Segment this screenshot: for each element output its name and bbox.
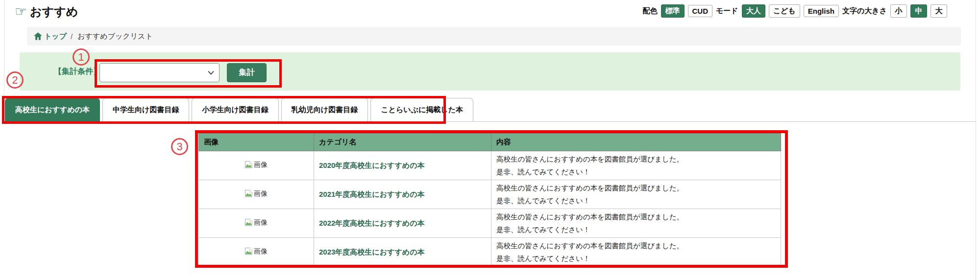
tab-highschool[interactable]: 高校生におすすめの本 — [5, 98, 100, 121]
category-link[interactable]: 2020年度高校生におすすめの本 — [319, 161, 424, 169]
mode-kids-button[interactable]: こども — [769, 4, 800, 18]
broken-image-icon — [245, 161, 253, 169]
description-line1: 高校生の皆さんにおすすめの本を図書館員が選びました。 — [496, 182, 776, 194]
description-line1: 高校生の皆さんにおすすめの本を図書館員が選びました。 — [496, 153, 776, 165]
table-row: 画像 2022年度高校生におすすめの本 高校生の皆さんにおすすめの本を図書館員が… — [199, 209, 781, 238]
description-line1: 高校生の皆さんにおすすめの本を図書館員が選びました。 — [496, 239, 776, 252]
description-line1: 高校生の皆さんにおすすめの本を図書館員が選びました。 — [496, 210, 776, 223]
settings-bar: 配色 標準 CUD モード 大人 こども English 文字の大きさ 小 中 … — [643, 4, 948, 18]
tab-bar: 高校生におすすめの本 中学生向け図書目録 小学生向け図書目録 乳幼児向け図書目録… — [5, 98, 473, 121]
aggregate-condition-select[interactable] — [99, 63, 220, 82]
table-row: 画像 2020年度高校生におすすめの本 高校生の皆さんにおすすめの本を図書館員が… — [199, 151, 781, 180]
breadcrumb-separator: / — [71, 32, 73, 41]
aggregate-button[interactable]: 集計 — [227, 63, 267, 82]
category-image-link[interactable]: 画像 — [245, 189, 268, 198]
description-line2: 是非、読んでみてください！ — [496, 252, 776, 265]
table-row: 画像 2023年度高校生におすすめの本 高校生の皆さんにおすすめの本を図書館員が… — [199, 238, 781, 267]
pointing-hand-icon: ☞ — [15, 5, 27, 19]
description-line2: 是非、読んでみてください！ — [496, 223, 776, 236]
breadcrumb-home-label: トップ — [44, 32, 67, 41]
column-header-content: 内容 — [491, 134, 781, 151]
font-size-label: 文字の大きさ — [842, 6, 887, 16]
category-link[interactable]: 2021年度高校生におすすめの本 — [319, 190, 424, 198]
column-header-category: カテゴリ名 — [314, 134, 491, 151]
tab-elementary[interactable]: 小学生向け図書目録 — [192, 98, 278, 121]
category-image-link[interactable]: 画像 — [245, 218, 268, 227]
breadcrumb: トップ / おすすめブックリスト — [27, 27, 961, 46]
description-line2: 是非、読んでみてください！ — [496, 194, 776, 207]
category-description: 高校生の皆さんにおすすめの本を図書館員が選びました。 是非、読んでみてください！ — [491, 151, 781, 180]
column-header-image: 画像 — [199, 134, 314, 151]
table-header-row: 画像 カテゴリ名 内容 — [199, 134, 781, 151]
broken-image-icon — [245, 248, 253, 256]
scheme-standard-button[interactable]: 標準 — [661, 4, 685, 18]
breadcrumb-current: おすすめブックリスト — [77, 32, 153, 41]
chevron-down-icon — [208, 70, 214, 75]
broken-image-icon — [245, 190, 253, 198]
font-size-small-button[interactable]: 小 — [890, 4, 907, 18]
tab-kotolib[interactable]: ことらいぶに掲載した本 — [370, 98, 473, 121]
mode-adult-button[interactable]: 大人 — [742, 4, 765, 18]
image-alt-text: 画像 — [254, 247, 268, 256]
table-row: 画像 2021年度高校生におすすめの本 高校生の皆さんにおすすめの本を図書館員が… — [199, 180, 781, 209]
image-alt-text: 画像 — [254, 218, 268, 227]
aggregate-condition-label: 【集計条件】 — [54, 52, 101, 91]
page-title: おすすめ — [30, 4, 78, 20]
category-description: 高校生の皆さんにおすすめの本を図書館員が選びました。 是非、読んでみてください！ — [491, 238, 781, 267]
category-link[interactable]: 2023年度高校生におすすめの本 — [319, 248, 424, 256]
tab-infant[interactable]: 乳幼児向け図書目録 — [281, 98, 368, 121]
category-image-link[interactable]: 画像 — [245, 247, 268, 256]
tab-juniorhigh[interactable]: 中学生向け図書目録 — [102, 98, 189, 121]
page-header: ☞ おすすめ — [15, 4, 78, 20]
description-line2: 是非、読んでみてください！ — [496, 165, 776, 178]
font-size-medium-button[interactable]: 中 — [910, 4, 927, 18]
image-alt-text: 画像 — [254, 161, 268, 169]
category-description: 高校生の皆さんにおすすめの本を図書館員が選びました。 是非、読んでみてください！ — [491, 180, 781, 209]
category-image-link[interactable]: 画像 — [245, 161, 268, 169]
mode-label: モード — [716, 6, 738, 16]
aggregate-filter-banner: 【集計条件】 集計 — [20, 52, 960, 91]
image-alt-text: 画像 — [254, 189, 268, 198]
category-link[interactable]: 2022年度高校生におすすめの本 — [319, 219, 424, 227]
home-icon — [34, 32, 42, 40]
color-scheme-label: 配色 — [643, 6, 658, 16]
category-description: 高校生の皆さんにおすすめの本を図書館員が選びました。 是非、読んでみてください！ — [491, 209, 781, 238]
breadcrumb-home-link[interactable]: トップ — [34, 32, 67, 41]
english-button[interactable]: English — [804, 5, 839, 17]
page: ☞ おすすめ 配色 標準 CUD モード 大人 こども English 文字の大… — [0, 0, 980, 280]
scheme-cud-button[interactable]: CUD — [688, 5, 713, 17]
broken-image-icon — [245, 219, 253, 227]
font-size-large-button[interactable]: 大 — [931, 4, 947, 18]
book-list-table: 画像 カテゴリ名 内容 画像 — [198, 133, 781, 267]
